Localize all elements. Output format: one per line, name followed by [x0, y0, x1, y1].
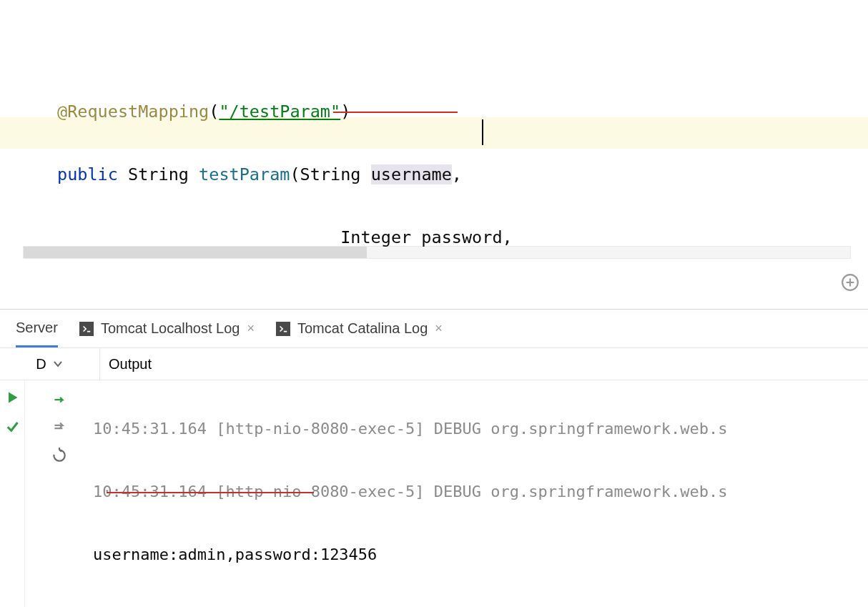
tab-tomcat-localhost-log[interactable]: Tomcat Localhost Log ×: [79, 320, 255, 337]
close-icon[interactable]: ×: [435, 321, 443, 336]
keyword-public: public: [57, 164, 118, 184]
run-tabs: Server Tomcat Localhost Log × Tomcat Cat…: [0, 310, 868, 348]
red-underline-hobby: [333, 112, 458, 113]
run-tool-window: Server Tomcat Localhost Log × Tomcat Cat…: [0, 309, 868, 607]
tab-label: Tomcat Catalina Log: [297, 320, 428, 337]
console-icon: [276, 322, 290, 336]
param-username: username: [371, 164, 452, 184]
tab-label: Tomcat Localhost Log: [101, 320, 240, 337]
method-name: testParam: [199, 164, 290, 184]
annotation: @RequestMapping: [57, 102, 209, 122]
log-line: hobby:打篮球,看书,发呆: [93, 602, 868, 607]
run-icon[interactable]: [5, 390, 19, 405]
tab-tomcat-catalina-log[interactable]: Tomcat Catalina Log ×: [276, 320, 443, 337]
run-action-column: or: [0, 380, 25, 607]
console-icon: [79, 322, 94, 336]
debugger-dropdown[interactable]: D: [0, 348, 100, 380]
console-toolbar: [25, 380, 93, 607]
step-over-icon[interactable]: [51, 390, 67, 406]
output-label: Output: [100, 348, 152, 380]
text-caret: [482, 119, 483, 145]
rerun-icon[interactable]: [51, 448, 67, 463]
red-underline-console: [107, 492, 314, 493]
code-editor[interactable]: @RequestMapping("/testParam") public Str…: [0, 0, 868, 266]
step-into-icon[interactable]: [51, 419, 67, 435]
dropdown-label: D: [36, 356, 46, 372]
log-line: username:admin,password:123456: [93, 539, 868, 571]
log-line: 10:45:31.164 [http-nio-8080-exec-5] DEBU…: [93, 413, 868, 445]
tab-server[interactable]: Server: [16, 310, 58, 347]
console-subheader: D Output: [0, 348, 868, 380]
add-panel-icon[interactable]: [841, 273, 859, 292]
code-content[interactable]: @RequestMapping("/testParam") public Str…: [57, 1, 868, 266]
chevron-down-icon: [52, 358, 64, 370]
string-literal: "/testParam": [219, 102, 340, 122]
console-output[interactable]: 10:45:31.164 [http-nio-8080-exec-5] DEBU…: [93, 380, 868, 607]
tab-label: Server: [16, 320, 58, 336]
close-icon[interactable]: ×: [247, 321, 255, 336]
update-check-icon[interactable]: [5, 419, 19, 433]
